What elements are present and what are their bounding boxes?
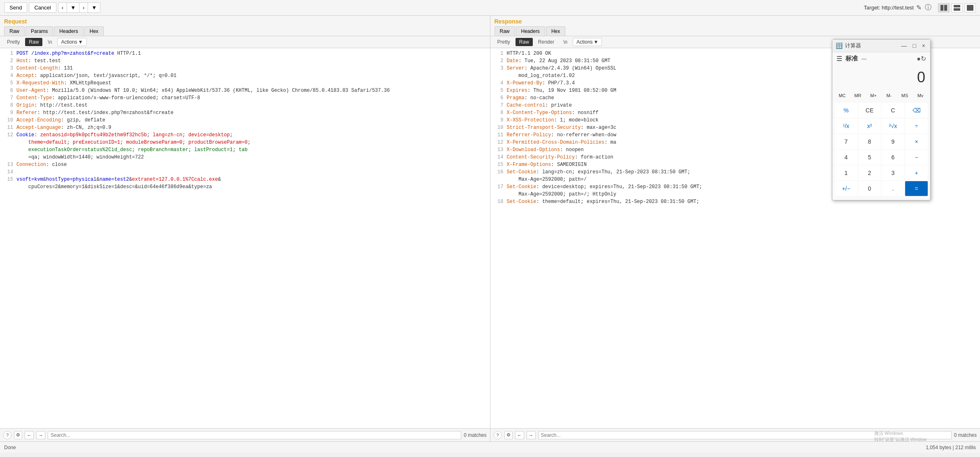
request-actions-chevron: ▼ [78,39,83,45]
request-next-btn[interactable]: → [36,431,45,439]
response-pretty-btn[interactable]: Pretty [494,38,514,46]
calc-mv-btn[interactable]: Mv [913,91,928,100]
request-pretty-btn[interactable]: Pretty [3,38,23,46]
table-row: 8 Origin: http://test.test [0,102,490,109]
status-bar: Done 1,054 bytes | 212 millis [0,441,980,453]
calc-2-btn[interactable]: 2 [858,166,881,180]
table-row: 10 Accept-Encoding: gzip, deflate [0,117,490,124]
request-tab-headers[interactable]: Headers [54,26,83,36]
response-prev-btn[interactable]: ← [515,431,524,439]
calc-mr-btn[interactable]: MR [850,91,865,100]
request-search-input[interactable] [48,431,461,439]
svg-rect-4 [967,5,973,11]
calc-mc-btn[interactable]: MC [835,91,850,100]
layout-single-btn[interactable] [964,3,976,12]
response-title: Response [495,18,976,25]
calc-equals-btn[interactable]: = [905,181,928,196]
calc-percent-btn[interactable]: % [835,103,857,118]
calc-1-btn[interactable]: 1 [835,166,857,180]
layout-split-btn[interactable] [938,3,950,12]
calc-3-btn[interactable]: 3 [882,166,904,180]
response-settings-btn[interactable]: ⚙ [504,431,513,439]
request-actions-dropdown[interactable]: Actions ▼ [57,38,86,46]
calc-5-btn[interactable]: 5 [858,150,881,165]
calc-mplus-btn[interactable]: M+ [866,91,881,100]
nav-back-dropdown[interactable]: ▼ [67,3,79,12]
response-render-btn[interactable]: Render [534,38,558,46]
request-header: Request Raw Params Headers Hex [0,16,490,36]
nav-forward-dropdown[interactable]: ▼ [88,3,100,12]
help-icon[interactable]: ⓘ [924,2,932,13]
request-matches-text: 0 matches [464,432,486,438]
calculator-extra-icon: ⸻ [861,56,866,62]
nav-button-group: ‹ ▼ › ▼ [58,2,100,13]
request-settings-btn[interactable]: ⚙ [14,431,22,439]
calc-ce-btn[interactable]: CE [858,103,881,118]
calc-8-btn[interactable]: 8 [858,134,881,149]
calc-9-btn[interactable]: 9 [882,134,904,149]
calc-sqrt-btn[interactable]: ²√x [882,119,904,133]
calc-subtract-btn[interactable]: − [905,150,928,165]
table-row: 1 POST /index.php?m=zahost&f=create HTTP… [0,50,490,57]
calc-divide-btn[interactable]: ÷ [905,119,928,133]
request-tab-hex[interactable]: Hex [84,26,104,36]
table-row: 13 Connection: close [0,161,490,168]
response-actions-dropdown[interactable]: Actions ▼ [573,38,602,46]
response-next-btn[interactable]: → [527,431,536,439]
calculator-titlebar: 🔢 计算器 — □ × [832,40,930,52]
svg-rect-1 [944,5,947,11]
windows-watermark: 激活 Windows 转到"设置"以激活 Window [874,430,927,443]
calculator-maximize-btn[interactable]: □ [911,42,917,49]
request-tab-raw[interactable]: Raw [4,26,25,36]
table-row: 14 [0,168,490,176]
calc-ms-btn[interactable]: MS [897,91,912,100]
calculator-menu-icon[interactable]: ☰ [836,55,842,63]
edit-icon[interactable]: ✎ [915,3,922,12]
target-label: Target: http://test.test [864,5,914,11]
calculator-minimize-btn[interactable]: — [899,42,908,49]
calc-reciprocal-btn[interactable]: ¹/x [835,119,857,133]
table-row: 7 Content-Type: application/x-www-form-u… [0,94,490,102]
calculator-memory-row: MC MR M+ M- MS Mv [832,90,930,101]
calc-mminus-btn[interactable]: M- [882,91,896,100]
response-ln-btn[interactable]: \n [560,38,571,46]
request-tab-params[interactable]: Params [26,26,53,36]
calc-negate-btn[interactable]: +/− [835,181,857,196]
send-button[interactable]: Send [4,2,27,13]
calc-backspace-btn[interactable]: ⌫ [905,103,928,118]
calc-multiply-btn[interactable]: × [905,134,928,149]
calculator-menu: ☰ 标准 ⸻ ●↻ [832,52,930,65]
calc-c-btn[interactable]: C [882,103,904,118]
calc-4-btn[interactable]: 4 [835,150,857,165]
calc-square-btn[interactable]: x² [858,119,881,133]
response-tab-raw[interactable]: Raw [495,26,515,36]
watermark-line2: 转到"设置"以激活 Window [874,436,927,443]
request-content-area[interactable]: 1 POST /index.php?m=zahost&f=create HTTP… [0,48,490,428]
nav-forward-button[interactable]: › [79,3,88,12]
calc-add-btn[interactable]: + [905,166,928,180]
calc-decimal-btn[interactable]: . [882,181,904,196]
calc-0-btn[interactable]: 0 [858,181,881,196]
request-ln-btn[interactable]: \n [44,38,56,46]
request-help-btn[interactable]: ? [3,431,12,439]
nav-back-button[interactable]: ‹ [58,3,67,12]
request-panel: Request Raw Params Headers Hex Pretty Ra… [0,16,490,441]
main-toolbar: Send Cancel ‹ ▼ › ▼ Target: http://test.… [0,0,980,16]
response-actions-label: Actions [576,39,592,45]
response-tab-headers[interactable]: Headers [516,26,545,36]
calculator-mode: 标准 [845,55,858,63]
response-raw-btn[interactable]: Raw [516,38,533,46]
status-left: Done [4,445,16,450]
request-prev-btn[interactable]: ← [25,431,34,439]
layout-horizontal-btn[interactable] [951,3,963,12]
cancel-button[interactable]: Cancel [29,2,56,13]
request-raw-btn[interactable]: Raw [25,38,42,46]
calculator-close-btn[interactable]: × [920,42,927,49]
response-tab-hex[interactable]: Hex [546,26,565,36]
calc-7-btn[interactable]: 7 [835,134,857,149]
response-help-btn[interactable]: ? [494,431,502,439]
calculator-history-icon[interactable]: ●↻ [917,55,926,63]
calc-6-btn[interactable]: 6 [882,150,904,165]
table-row: 12 Cookie: zentaosid=bp9k0pcftu49b2ethm9… [0,131,490,161]
request-actions-label: Actions [61,39,77,45]
